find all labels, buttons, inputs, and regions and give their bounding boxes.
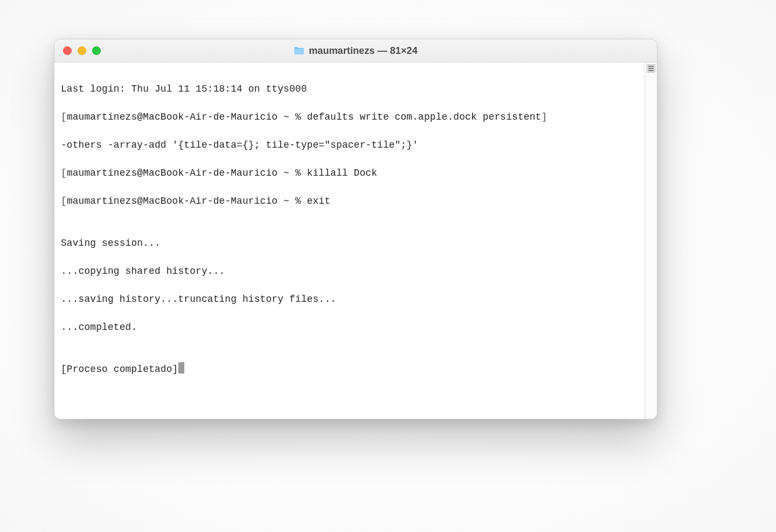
bracket-open: [ <box>61 168 67 178</box>
terminal-text: [Proceso completado] <box>61 364 178 375</box>
terminal-line: ...saving history...truncating history f… <box>61 292 645 306</box>
terminal-line: [Proceso completado] <box>61 362 645 376</box>
bracket-open: [ <box>61 112 67 122</box>
terminal-line: ...completed. <box>61 320 645 334</box>
zoom-button[interactable] <box>92 46 101 55</box>
bracket-close: ] <box>541 112 547 122</box>
terminal-text: maumartinezs@MacBook-Air-de-Mauricio ~ %… <box>67 112 542 122</box>
terminal-text: maumartinezs@MacBook-Air-de-Mauricio ~ %… <box>67 168 377 178</box>
terminal-text: maumartinezs@MacBook-Air-de-Mauricio ~ %… <box>67 196 330 206</box>
terminal-output: Last login: Thu Jul 11 15:18:14 on ttys0… <box>54 63 645 419</box>
window-title-group: maumartinezs — 81×24 <box>54 45 657 57</box>
minimize-button[interactable] <box>78 46 86 55</box>
terminal-window: maumartinezs — 81×24 Last login: Thu Jul… <box>54 39 657 419</box>
folder-icon <box>294 46 304 55</box>
terminal-line: Saving session... <box>61 236 645 250</box>
bracket-open: [ <box>61 196 67 206</box>
terminal-line: -others -array-add '{tile-data={}; tile-… <box>61 138 645 152</box>
terminal-line: Last login: Thu Jul 11 15:18:14 on ttys0… <box>61 82 645 96</box>
cursor-icon <box>178 362 184 374</box>
close-button[interactable] <box>63 46 72 55</box>
terminal-line: [maumartinezs@MacBook-Air-de-Mauricio ~ … <box>61 166 645 180</box>
terminal-content[interactable]: Last login: Thu Jul 11 15:18:14 on ttys0… <box>54 63 645 419</box>
list-icon[interactable] <box>647 64 655 73</box>
titlebar[interactable]: maumartinezs — 81×24 <box>54 39 657 63</box>
terminal-line: [maumartinezs@MacBook-Air-de-Mauricio ~ … <box>61 110 645 124</box>
window-title: maumartinezs — 81×24 <box>309 45 418 57</box>
window-controls <box>54 46 101 55</box>
scrollbar-track[interactable] <box>645 63 657 419</box>
terminal-line: [maumartinezs@MacBook-Air-de-Mauricio ~ … <box>61 194 645 208</box>
terminal-line: ...copying shared history... <box>61 264 645 278</box>
